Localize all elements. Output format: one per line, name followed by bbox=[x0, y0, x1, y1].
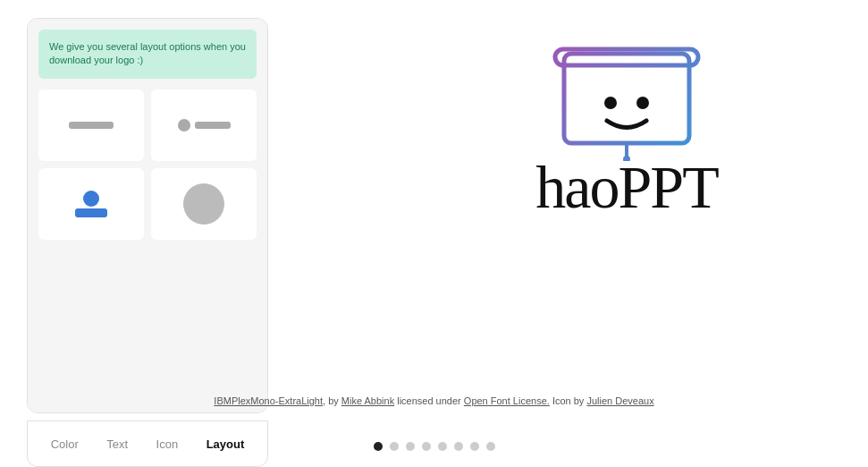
tab-color[interactable]: Color bbox=[44, 432, 86, 456]
bar-decoration bbox=[69, 122, 114, 129]
tab-layout[interactable]: Layout bbox=[199, 432, 252, 456]
tab-text[interactable]: Text bbox=[99, 432, 135, 456]
dot-5[interactable] bbox=[438, 442, 447, 451]
layout-cell-circle[interactable] bbox=[151, 168, 257, 240]
dot-1[interactable] bbox=[374, 442, 383, 451]
person-head bbox=[83, 191, 99, 207]
license-link[interactable]: Open Font License. bbox=[464, 395, 550, 406]
font-link[interactable]: IBMPlexMono-ExtraLight bbox=[214, 395, 323, 406]
attribution-licensed: licensed under bbox=[394, 395, 464, 406]
green-hint-text: We give you several layout options when … bbox=[49, 40, 246, 68]
attribution-by: , by bbox=[323, 395, 341, 406]
person-icon bbox=[75, 191, 107, 217]
layout-cell-bar[interactable] bbox=[38, 89, 144, 161]
green-hint-box: We give you several layout options when … bbox=[38, 30, 257, 79]
pagination-dots bbox=[374, 442, 495, 451]
small-circle-icon bbox=[178, 119, 190, 132]
projector-icon bbox=[537, 36, 716, 161]
layout-grid bbox=[38, 89, 257, 240]
tab-icon[interactable]: Icon bbox=[149, 432, 186, 456]
attribution-text: IBMPlexMono-ExtraLight, by Mike Abbink l… bbox=[214, 395, 653, 406]
attribution-icon-by: Icon by bbox=[550, 395, 587, 406]
dot-4[interactable] bbox=[422, 442, 431, 451]
bottom-tabs: Color Text Icon Layout bbox=[27, 420, 268, 467]
dot-7[interactable] bbox=[470, 442, 479, 451]
dot-3[interactable] bbox=[406, 442, 415, 451]
layout-cell-icon-bar[interactable] bbox=[151, 89, 257, 161]
dot-6[interactable] bbox=[454, 442, 463, 451]
dot-8[interactable] bbox=[486, 442, 495, 451]
person-body bbox=[75, 208, 107, 217]
layout-cell-person[interactable] bbox=[38, 168, 144, 240]
dot-2[interactable] bbox=[390, 442, 399, 451]
left-panel: We give you several layout options when … bbox=[27, 18, 268, 413]
logo-area: haoPPT bbox=[439, 36, 814, 223]
svg-point-3 bbox=[636, 97, 649, 109]
large-circle-icon bbox=[183, 183, 224, 225]
svg-point-2 bbox=[604, 97, 617, 109]
preview-area: We give you several layout options when … bbox=[28, 19, 267, 412]
small-bar-decoration bbox=[195, 122, 231, 129]
app-name-logo: haoPPT bbox=[535, 152, 717, 223]
author-link[interactable]: Mike Abbink bbox=[341, 395, 394, 406]
icon-author-link[interactable]: Julien Deveaux bbox=[586, 395, 653, 406]
